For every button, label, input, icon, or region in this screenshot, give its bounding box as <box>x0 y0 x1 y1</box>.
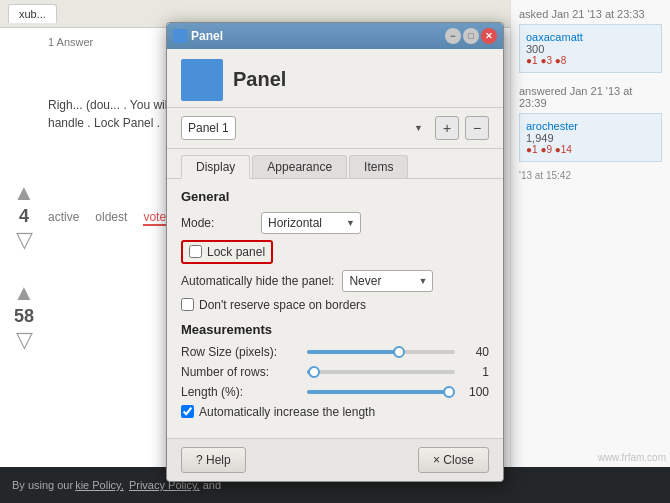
add-panel-button[interactable]: + <box>435 116 459 140</box>
panel-header-icon <box>181 59 223 101</box>
reserve-space-checkbox[interactable] <box>181 298 194 311</box>
auto-length-label[interactable]: Automatically increase the length <box>181 405 375 419</box>
autohide-row: Automatically hide the panel: Never Alwa… <box>181 270 489 292</box>
lock-panel-row: Lock panel <box>181 240 273 264</box>
row-size-track <box>307 350 455 354</box>
panel-dialog: Panel − □ ✕ Panel Panel 1 Panel 2 + − <box>166 22 504 482</box>
mode-select[interactable]: Horizontal Vertical Deskbar <box>261 212 361 234</box>
autohide-select[interactable]: Never Always Intelligently <box>342 270 433 292</box>
reserve-space-text: Don't reserve space on borders <box>199 298 366 312</box>
dialog-titlebar: Panel − □ ✕ <box>167 23 503 49</box>
number-rows-value: 1 <box>461 365 489 379</box>
lock-panel-label[interactable]: Lock panel <box>189 245 265 259</box>
number-rows-track <box>307 370 455 374</box>
row-size-row: Row Size (pixels): 40 <box>181 345 489 359</box>
number-rows-label: Number of rows: <box>181 365 301 379</box>
tab-items[interactable]: Items <box>349 155 408 178</box>
length-fill <box>307 390 455 394</box>
row-size-value: 40 <box>461 345 489 359</box>
dialog-header-title: Panel <box>233 68 286 91</box>
auto-length-row: Automatically increase the length <box>181 405 489 419</box>
autohide-label: Automatically hide the panel: <box>181 274 334 288</box>
number-rows-thumb[interactable] <box>308 366 320 378</box>
mode-label: Mode: <box>181 216 261 230</box>
row-size-thumb[interactable] <box>393 346 405 358</box>
number-rows-row: Number of rows: 1 <box>181 365 489 379</box>
close-button[interactable]: × Close <box>418 447 489 473</box>
length-track <box>307 390 455 394</box>
dialog-tabs: Display Appearance Items <box>167 149 503 179</box>
general-section-title: General <box>181 189 489 204</box>
window-close-button[interactable]: ✕ <box>481 28 497 44</box>
lock-panel-checkbox[interactable] <box>189 245 202 258</box>
dialog-footer: ? Help × Close <box>167 438 503 481</box>
mode-row: Mode: Horizontal Vertical Deskbar <box>181 212 489 234</box>
length-row: Length (%): 100 <box>181 385 489 399</box>
panel-selector-row: Panel 1 Panel 2 + − <box>167 108 503 149</box>
panel-select-wrapper: Panel 1 Panel 2 <box>181 116 429 140</box>
length-label: Length (%): <box>181 385 301 399</box>
help-button[interactable]: ? Help <box>181 447 246 473</box>
titlebar-left: Panel <box>173 29 223 43</box>
minimize-button[interactable]: − <box>445 28 461 44</box>
autohide-select-wrapper: Never Always Intelligently <box>342 270 433 292</box>
auto-length-checkbox[interactable] <box>181 405 194 418</box>
remove-panel-button[interactable]: − <box>465 116 489 140</box>
row-size-fill <box>307 350 399 354</box>
dialog-overlay: Panel − □ ✕ Panel Panel 1 Panel 2 + − <box>0 0 670 503</box>
auto-length-text: Automatically increase the length <box>199 405 375 419</box>
titlebar-title: Panel <box>191 29 223 43</box>
measurements-section: Measurements Row Size (pixels): 40 Numbe… <box>181 322 489 419</box>
dialog-header: Panel <box>167 49 503 108</box>
tab-appearance[interactable]: Appearance <box>252 155 347 178</box>
tab-display[interactable]: Display <box>181 155 250 179</box>
length-value: 100 <box>461 385 489 399</box>
restore-button[interactable]: □ <box>463 28 479 44</box>
measurements-title: Measurements <box>181 322 489 337</box>
reserve-space-row: Don't reserve space on borders <box>181 298 489 312</box>
titlebar-controls: − □ ✕ <box>445 28 497 44</box>
reserve-space-label[interactable]: Don't reserve space on borders <box>181 298 366 312</box>
titlebar-panel-icon <box>173 29 187 43</box>
row-size-label: Row Size (pixels): <box>181 345 301 359</box>
mode-select-wrapper: Horizontal Vertical Deskbar <box>261 212 361 234</box>
panel-select[interactable]: Panel 1 Panel 2 <box>181 116 236 140</box>
dialog-body: General Mode: Horizontal Vertical Deskba… <box>167 179 503 438</box>
length-thumb[interactable] <box>443 386 455 398</box>
lock-panel-text: Lock panel <box>207 245 265 259</box>
